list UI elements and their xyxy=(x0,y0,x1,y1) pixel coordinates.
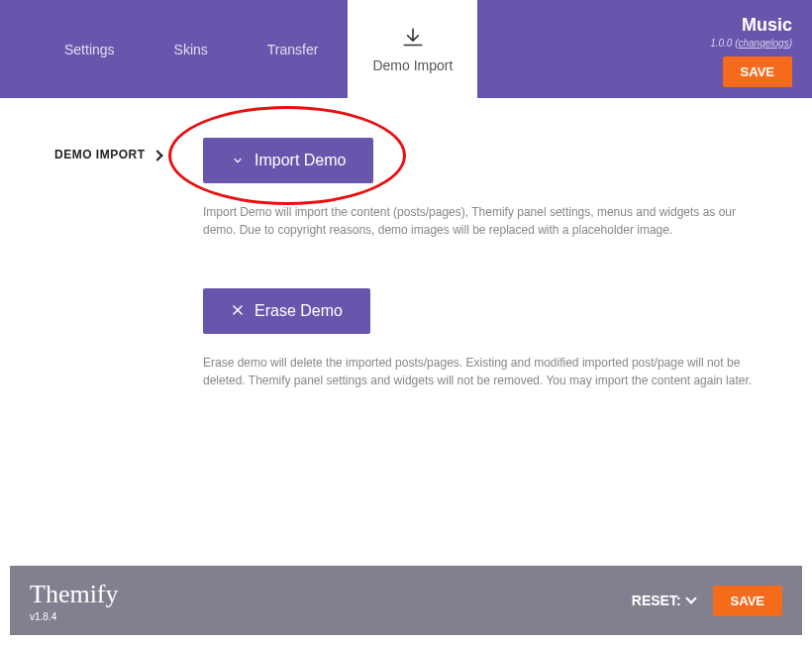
save-button-top[interactable]: SAVE xyxy=(723,56,792,87)
erase-demo-button[interactable]: Erase Demo xyxy=(203,288,370,334)
footer-actions: RESET: SAVE xyxy=(632,586,782,616)
header-meta: Music 1.0.0 (changelogs) SAVE xyxy=(710,15,792,87)
theme-meta: 1.0.0 (changelogs) xyxy=(710,38,792,49)
footer-version: v1.8.4 xyxy=(30,611,119,622)
actions: Import Demo Import Demo will import the … xyxy=(203,138,767,389)
close-icon xyxy=(231,303,245,320)
download-icon xyxy=(400,26,426,52)
tab-skins[interactable]: Skins xyxy=(145,0,238,98)
footer-bar: Themify v1.8.4 RESET: SAVE xyxy=(10,566,802,635)
tab-label: Skins xyxy=(174,42,208,57)
import-demo-button[interactable]: Import Demo xyxy=(203,138,373,183)
header-bar: Settings Skins Transfer Demo Import Musi… xyxy=(0,0,812,98)
import-demo-label: Import Demo xyxy=(254,152,346,169)
tab-demo-import[interactable]: Demo Import xyxy=(348,0,477,98)
save-button-bottom[interactable]: SAVE xyxy=(713,586,782,616)
reset-button[interactable]: RESET: xyxy=(632,592,695,608)
footer-branding: Themify v1.8.4 xyxy=(30,580,119,622)
reset-label: RESET: xyxy=(632,592,681,608)
theme-title: Music xyxy=(710,15,792,36)
section-title: DEMO IMPORT xyxy=(54,148,161,161)
import-desc: Import Demo will import the content (pos… xyxy=(203,203,767,239)
brand-logo: Themify xyxy=(30,580,119,609)
erase-demo-label: Erase Demo xyxy=(254,302,343,320)
content-area: DEMO IMPORT Import Demo Import Demo will… xyxy=(0,98,812,429)
theme-version: 1.0.0 xyxy=(710,38,732,49)
tab-label: Demo Import xyxy=(372,57,453,73)
tabs: Settings Skins Transfer Demo Import xyxy=(0,0,477,98)
tab-label: Settings xyxy=(64,42,115,57)
tab-settings[interactable]: Settings xyxy=(35,0,145,98)
tab-label: Transfer xyxy=(267,42,319,57)
tab-transfer[interactable]: Transfer xyxy=(238,0,349,98)
changelogs-link[interactable]: changelogs xyxy=(739,38,789,49)
chevron-down-icon xyxy=(685,592,696,603)
erase-desc: Erase demo will delete the imported post… xyxy=(203,354,767,389)
download-arrow-icon xyxy=(231,153,245,169)
